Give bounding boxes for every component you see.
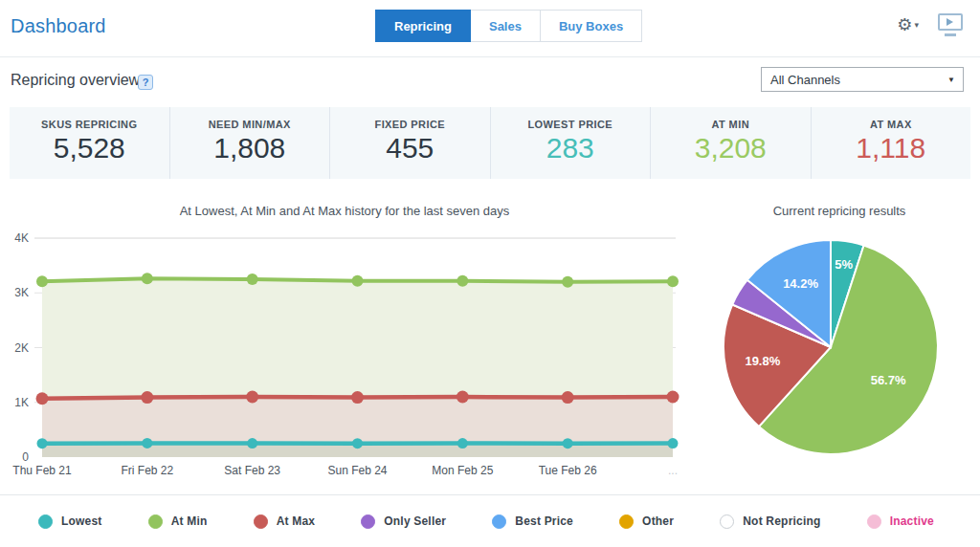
legend-dot-icon bbox=[619, 514, 634, 529]
tab-sales[interactable]: Sales bbox=[471, 10, 541, 42]
data-point-lowest[interactable] bbox=[247, 438, 257, 449]
legend-label: Other bbox=[642, 514, 674, 528]
gear-icon: ⚙ bbox=[897, 16, 912, 33]
legend-label: Not Repricing bbox=[743, 514, 820, 528]
pie-slice-label: 56.7% bbox=[871, 373, 906, 387]
data-point-at-max[interactable] bbox=[351, 391, 364, 404]
stat-label: AT MAX bbox=[812, 119, 971, 130]
settings-menu-button[interactable]: ⚙ ▾ bbox=[897, 16, 919, 33]
pie-slice-label: 14.2% bbox=[783, 276, 818, 291]
legend-label: Inactive bbox=[890, 514, 934, 528]
stat-value: 1,118 bbox=[812, 132, 971, 164]
legend-label: Only Seller bbox=[384, 514, 446, 528]
chevron-down-icon: ▾ bbox=[914, 20, 919, 30]
data-point-at-max[interactable] bbox=[36, 392, 49, 405]
x-axis-tick: Fri Feb 22 bbox=[121, 464, 173, 477]
x-axis-tick: Tue Feb 26 bbox=[539, 464, 597, 477]
data-point-at-max[interactable] bbox=[562, 391, 574, 404]
stat-value: 283 bbox=[491, 132, 651, 164]
legend-label: Lowest bbox=[61, 514, 102, 528]
stat-fixed-price: FIXED PRICE455 bbox=[329, 107, 490, 179]
tab-group: RepricingSalesBuy Boxes bbox=[375, 10, 642, 42]
stat-label: FIXED PRICE bbox=[330, 119, 490, 130]
legend-dot-icon bbox=[492, 514, 506, 529]
y-axis-tick: 4K bbox=[14, 231, 29, 245]
legend-dot-icon bbox=[38, 514, 53, 529]
legend-item-at-min: At Min bbox=[148, 514, 208, 529]
legend-dot-icon bbox=[867, 514, 881, 529]
data-point-at-max[interactable] bbox=[246, 391, 258, 404]
results-chart-title: Current repricing results bbox=[699, 204, 980, 218]
help-icon[interactable]: ? bbox=[138, 75, 153, 90]
legend-item-other: Other bbox=[619, 514, 674, 529]
y-axis-tick: 0 bbox=[22, 450, 29, 464]
data-point-lowest[interactable] bbox=[142, 438, 152, 449]
stat-need-min-max: NEED MIN/MAX1,808 bbox=[169, 107, 330, 179]
history-chart-title: At Lowest, At Min and At Max history for… bbox=[0, 204, 689, 218]
data-point-at-min[interactable] bbox=[457, 275, 468, 287]
stat-value: 455 bbox=[330, 132, 490, 164]
x-axis-tick: Mon Feb 25 bbox=[432, 464, 493, 477]
legend-dot-icon bbox=[254, 514, 268, 529]
legend-label: At Min bbox=[171, 514, 208, 528]
data-point-at-min[interactable] bbox=[352, 275, 364, 287]
legend-item-at-max: At Max bbox=[254, 514, 316, 529]
legend-item-lowest: Lowest bbox=[38, 514, 102, 529]
x-axis-tick: Sat Feb 23 bbox=[224, 464, 280, 477]
video-tutorial-icon[interactable] bbox=[938, 13, 963, 36]
data-point-at-max[interactable] bbox=[141, 391, 153, 404]
stat-skus-repricing: SKUS REPRICING5,528 bbox=[10, 107, 169, 179]
legend-dot-icon bbox=[720, 514, 734, 529]
stat-value: 1,808 bbox=[170, 132, 330, 164]
data-point-lowest[interactable] bbox=[457, 438, 468, 449]
legend-label: At Max bbox=[277, 514, 316, 528]
data-point-at-min[interactable] bbox=[142, 273, 153, 284]
data-point-at-min[interactable] bbox=[562, 276, 573, 288]
play-icon bbox=[947, 18, 953, 26]
select-caret-icon: ▼ bbox=[947, 76, 955, 84]
history-line-chart: 01K2K3K4KThu Feb 21Fri Feb 22Sat Feb 23S… bbox=[0, 225, 689, 481]
pie-slice-label: 19.8% bbox=[745, 354, 780, 368]
header-actions: ⚙ ▾ bbox=[897, 13, 963, 36]
area-band-at-min bbox=[42, 278, 673, 398]
stat-lowest-price: LOWEST PRICE283 bbox=[490, 107, 651, 179]
monitor-stand bbox=[945, 33, 956, 36]
data-point-at-max[interactable] bbox=[667, 391, 679, 404]
channel-filter-value: All Channels bbox=[770, 73, 840, 87]
data-point-lowest[interactable] bbox=[668, 438, 679, 449]
x-axis-tick: ... bbox=[668, 464, 678, 477]
x-axis-tick: Sun Feb 24 bbox=[327, 464, 387, 477]
history-chart: At Lowest, At Min and At Max history for… bbox=[0, 196, 689, 483]
y-axis-tick: 2K bbox=[14, 341, 29, 355]
pie-slice-label: 5% bbox=[835, 257, 853, 272]
data-point-at-min[interactable] bbox=[667, 275, 679, 287]
data-point-lowest[interactable] bbox=[352, 438, 363, 449]
data-point-lowest[interactable] bbox=[37, 438, 48, 449]
stats-band: SKUS REPRICING5,528NEED MIN/MAX1,808FIXE… bbox=[10, 107, 970, 179]
legend-item-not-repricing: Not Repricing bbox=[720, 514, 820, 529]
data-point-at-min[interactable] bbox=[247, 274, 258, 285]
status-legend: LowestAt MinAt MaxOnly SellerBest PriceO… bbox=[0, 494, 980, 547]
header: Dashboard RepricingSalesBuy Boxes ⚙ ▾ bbox=[0, 0, 980, 57]
data-point-at-max[interactable] bbox=[457, 391, 469, 404]
tab-repricing[interactable]: Repricing bbox=[375, 10, 471, 42]
legend-item-best-price: Best Price bbox=[492, 514, 573, 529]
stat-at-min: AT MIN3,208 bbox=[650, 107, 811, 179]
stat-label: NEED MIN/MAX bbox=[170, 119, 330, 130]
y-axis-tick: 3K bbox=[14, 286, 29, 299]
channel-filter-select[interactable]: All Channels ▼ bbox=[761, 67, 964, 92]
y-axis-tick: 1K bbox=[14, 396, 29, 409]
stat-label: AT MIN bbox=[651, 119, 811, 130]
x-axis-tick: Thu Feb 21 bbox=[12, 464, 72, 477]
legend-item-inactive: Inactive bbox=[867, 514, 934, 529]
legend-dot-icon bbox=[361, 514, 375, 529]
legend-dot-icon bbox=[148, 514, 163, 529]
section-title: Repricing overview bbox=[11, 72, 140, 89]
stat-value: 5,528 bbox=[10, 132, 169, 164]
stat-value: 3,208 bbox=[651, 132, 811, 164]
data-point-lowest[interactable] bbox=[563, 438, 573, 449]
tab-buy-boxes[interactable]: Buy Boxes bbox=[541, 10, 642, 42]
data-point-at-min[interactable] bbox=[36, 275, 48, 287]
results-pie-chart: 5%56.7%19.8%14.2% bbox=[699, 225, 980, 483]
results-chart: Current repricing results 5%56.7%19.8%14… bbox=[699, 196, 980, 483]
